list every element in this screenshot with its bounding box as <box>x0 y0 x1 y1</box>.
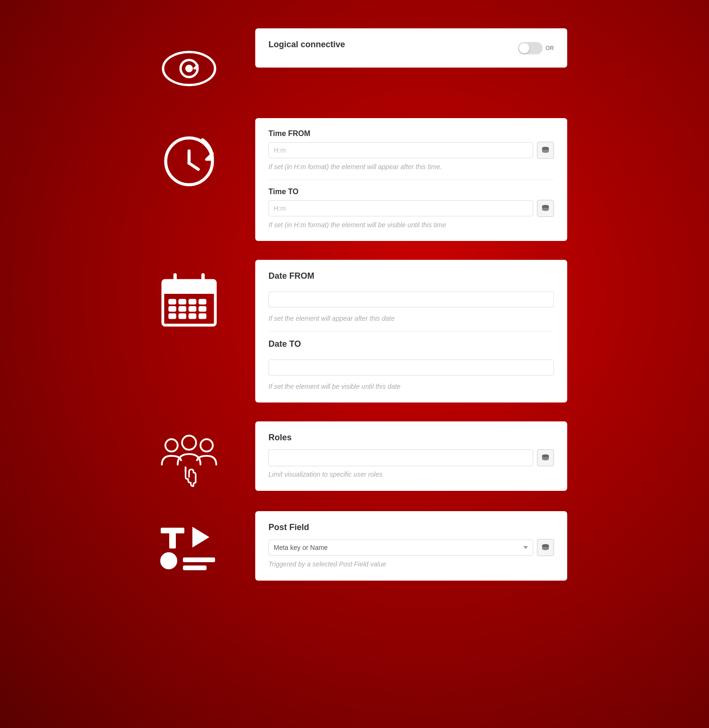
svg-line-6 <box>189 163 199 169</box>
roles-card: Roles Limit visualization to specific us… <box>255 421 567 491</box>
logical-toggle[interactable] <box>518 42 543 54</box>
svg-rect-17 <box>199 300 205 303</box>
clock-icon <box>158 128 220 189</box>
svg-rect-36 <box>183 565 207 570</box>
time-to-hint: If set (in H:m format) the element will … <box>268 221 554 230</box>
eye-icon <box>158 38 220 99</box>
logical-section: Logical connective OR <box>142 28 567 99</box>
svg-rect-16 <box>190 300 195 303</box>
post-field-icon-area <box>142 511 236 582</box>
svg-point-28 <box>182 436 196 450</box>
toggle-or-label: OR <box>545 45 554 51</box>
post-field-icon <box>158 521 220 582</box>
svg-rect-19 <box>180 308 185 311</box>
clock-icon-area <box>142 118 236 189</box>
toggle-wrapper: OR <box>518 42 554 54</box>
time-to-input[interactable] <box>268 200 533 216</box>
post-field-dropdown[interactable]: Meta key or Name <box>268 540 533 556</box>
svg-rect-25 <box>199 315 205 318</box>
date-to-group: Date TO If set the element will be visib… <box>268 339 554 392</box>
time-from-group: Time FROM If set (in H:m format) the ele… <box>268 129 554 172</box>
time-from-db-button[interactable] <box>537 142 554 159</box>
post-field-title: Post Field <box>268 522 554 532</box>
svg-rect-35 <box>183 557 215 562</box>
post-field-card: Post Field Meta key or Name Triggered by… <box>255 511 567 581</box>
roles-input[interactable] <box>268 449 533 466</box>
time-section: Time FROM If set (in H:m format) the ele… <box>142 118 567 241</box>
roles-icon <box>158 431 220 492</box>
date-to-input[interactable] <box>268 360 554 376</box>
database-icon-3 <box>541 454 550 462</box>
date-from-input[interactable] <box>268 291 554 308</box>
time-from-hint: If set (in H:m format) the element will … <box>268 163 554 172</box>
svg-rect-32 <box>169 528 176 548</box>
date-from-hint: If set the element will appear after thi… <box>268 314 554 324</box>
toggle-knob <box>519 43 529 53</box>
roles-input-row <box>268 449 554 466</box>
roles-title: Roles <box>268 433 554 443</box>
date-from-label: Date FROM <box>268 271 554 281</box>
eye-icon-area <box>142 28 236 99</box>
date-divider <box>268 331 554 332</box>
svg-marker-7 <box>206 154 212 160</box>
svg-point-2 <box>186 66 192 71</box>
time-to-group: Time TO If set (in H:m format) the eleme… <box>268 188 554 230</box>
svg-marker-33 <box>192 527 209 548</box>
time-card: Time FROM If set (in H:m format) the ele… <box>255 118 567 241</box>
post-field-db-button[interactable] <box>537 539 554 556</box>
time-from-input[interactable] <box>268 142 533 158</box>
calendar-icon <box>158 269 220 331</box>
date-card: Date FROM If set the element will appear… <box>255 260 567 403</box>
svg-rect-15 <box>180 300 185 303</box>
svg-rect-23 <box>180 315 185 318</box>
time-to-input-row <box>268 200 554 217</box>
time-divider <box>268 180 554 180</box>
post-field-hint: Triggered by a selected Post Field value <box>268 560 554 569</box>
logical-title: Logical connective <box>268 40 345 50</box>
logical-toggle-row: Logical connective OR <box>268 40 554 56</box>
roles-section: Roles Limit visualization to specific us… <box>142 421 567 492</box>
svg-rect-11 <box>163 281 215 293</box>
roles-db-button[interactable] <box>537 449 554 466</box>
svg-point-26 <box>165 439 178 452</box>
svg-rect-20 <box>190 308 195 311</box>
svg-point-34 <box>160 552 177 569</box>
time-to-db-button[interactable] <box>537 200 554 217</box>
svg-point-27 <box>200 439 213 452</box>
time-from-input-row <box>268 142 554 159</box>
database-icon <box>541 146 550 154</box>
page-container: Logical connective OR <box>142 19 567 591</box>
database-icon-4 <box>541 543 550 552</box>
svg-rect-24 <box>190 315 195 318</box>
date-section: Date FROM If set the element will appear… <box>142 260 567 403</box>
roles-hint: Limit visualization to specific user rol… <box>268 470 554 480</box>
time-from-label: Time FROM <box>268 129 554 138</box>
post-field-section: Post Field Meta key or Name Triggered by… <box>142 511 567 582</box>
svg-marker-3 <box>194 65 198 69</box>
roles-icon-area <box>142 421 236 492</box>
time-to-label: Time TO <box>268 188 554 196</box>
date-to-hint: If set the element will be visible until… <box>268 382 554 392</box>
date-to-label: Date TO <box>268 339 554 349</box>
post-field-input-row: Meta key or Name <box>268 539 554 556</box>
database-icon-2 <box>541 204 550 213</box>
calendar-icon-area <box>142 260 236 331</box>
svg-rect-21 <box>199 308 205 311</box>
svg-rect-18 <box>170 308 175 311</box>
logical-card: Logical connective OR <box>255 28 567 68</box>
svg-rect-22 <box>170 315 175 318</box>
svg-rect-14 <box>170 300 175 303</box>
date-from-group: Date FROM If set the element will appear… <box>268 271 554 324</box>
